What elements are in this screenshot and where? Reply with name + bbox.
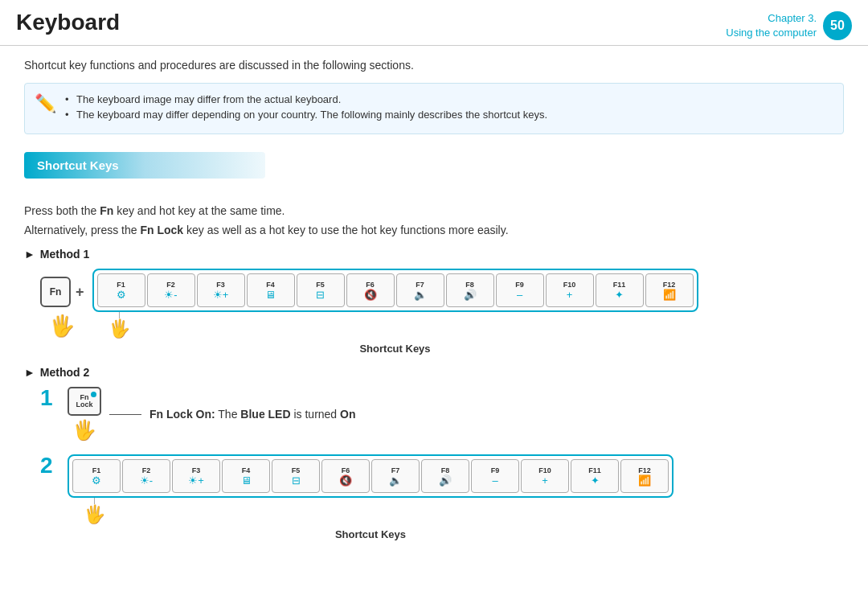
section-title: Shortcut Keys — [37, 158, 119, 172]
method2-fkeys-row: F1⚙F2☀-F3☀+F4🖥F5⊟F6🔇F7🔈F8🔊F9–F10+F11✦F12… — [68, 454, 674, 498]
main-content: Shortcut key functions and procedures ar… — [0, 46, 868, 569]
method1-keyboard-area: Fn + 🖐 F1⚙F2☀-F3☀+F4🖥F5⊟F6🔇F7🔈F8🔊F9–F10+… — [40, 269, 844, 355]
method1-fkeys-wrapper: F1⚙F2☀-F3☀+F4🖥F5⊟F6🔇F7🔈F8🔊F9–F10+F11✦F12… — [92, 269, 698, 355]
step2-fkeys-wrapper: F1⚙F2☀-F3☀+F4🖥F5⊟F6🔇F7🔈F8🔊F9–F10+F11✦F12… — [68, 454, 674, 540]
chapter-line2: Using the computer — [726, 26, 817, 40]
intro-text: Shortcut key functions and procedures ar… — [24, 59, 844, 72]
method2-header: ► Method 2 — [24, 366, 844, 379]
note-list: The keyboard image may differ from the a… — [65, 93, 830, 121]
fkey-f6: F6🔇 — [346, 273, 395, 307]
fkey-f3: F3☀+ — [197, 273, 245, 307]
fkey-f1: F1⚙ — [97, 273, 145, 307]
step1-number: 1 — [40, 387, 56, 409]
desc-line-1: Press both the Fn key and hot key at the… — [24, 204, 844, 217]
note-icon: ✏️ — [35, 93, 56, 114]
fkey-f10: F10+ — [546, 273, 594, 307]
fn-lock-key: Fn Lock — [68, 387, 101, 416]
method1-label: Method 1 — [40, 248, 89, 261]
chapter-info: Chapter 3. Using the computer — [726, 11, 817, 40]
hand-icon-step1: 🖐 — [72, 419, 96, 441]
step1-content: Fn Lock 🖐 Fn Lock On: The Blue LED is tu… — [68, 387, 844, 441]
chapter-line1: Chapter 3. — [726, 11, 817, 26]
fkey-f5: F5⊟ — [297, 273, 345, 307]
page-badge: 50 — [823, 11, 852, 40]
fkey-f11: F11✦ — [571, 459, 619, 493]
connector-line — [109, 414, 141, 415]
fkey-f9: F9– — [496, 273, 544, 307]
step1-desc: Fn Lock On: The Blue LED is turned On — [149, 408, 356, 421]
desc-line-2: Alternatively, press the Fn Lock key as … — [24, 224, 844, 236]
page-header: Keyboard Chapter 3. Using the computer 5… — [0, 0, 868, 46]
note-box: ✏️ The keyboard image may differ from th… — [24, 83, 844, 134]
step1-row: 1 Fn Lock 🖐 Fn Lock On: The Blue LED is … — [40, 387, 844, 441]
note-item-2: The keyboard may differ depending on you… — [65, 109, 830, 121]
method2-area: 1 Fn Lock 🖐 Fn Lock On: The Blue LED is … — [40, 387, 844, 540]
page-title: Keyboard — [16, 11, 120, 34]
fkey-f12: F12📶 — [620, 459, 669, 493]
section-header: Shortcut Keys — [24, 152, 265, 179]
fn-key: Fn — [40, 277, 71, 307]
fkey-f1: F1⚙ — [72, 459, 121, 493]
fkey-f12: F12📶 — [645, 273, 694, 307]
step2-row: 2 F1⚙F2☀-F3☀+F4🖥F5⊟F6🔇F7🔈F8🔊F9–F10+F11✦F… — [40, 454, 844, 540]
fkey-f4: F4🖥 — [222, 459, 270, 493]
fkey-f6: F6🔇 — [321, 459, 370, 493]
method2-arrow: ► — [24, 366, 35, 379]
hand-icon-step2: 🖐 — [84, 504, 105, 525]
method1-arrow: ► — [24, 248, 35, 261]
fkey-f9: F9– — [471, 459, 519, 493]
fkey-f2: F2☀- — [147, 273, 195, 307]
method1-fkeys-row: F1⚙F2☀-F3☀+F4🖥F5⊟F6🔇F7🔈F8🔊F9–F10+F11✦F12… — [92, 269, 698, 312]
fkey-f3: F3☀+ — [172, 459, 220, 493]
fkey-f5: F5⊟ — [272, 459, 320, 493]
fkey-f10: F10+ — [521, 459, 569, 493]
hand-icon-1: 🖐 — [49, 314, 75, 339]
shortcut-keys-label-1: Shortcut Keys — [359, 343, 430, 355]
note-item-1: The keyboard image may differ from the a… — [65, 93, 830, 105]
plus-sign: + — [76, 284, 84, 301]
hand-icon-f1: 🖐 — [108, 318, 130, 339]
fn-key-group: Fn + — [40, 277, 84, 307]
method1-header: ► Method 1 — [24, 248, 844, 261]
fkey-f8: F8🔊 — [446, 273, 494, 307]
shortcut-keys-label-2: Shortcut Keys — [335, 528, 406, 540]
fkey-f7: F7🔈 — [396, 273, 444, 307]
fkey-f7: F7🔈 — [371, 459, 420, 493]
method2-label: Method 2 — [40, 366, 89, 379]
header-right: Chapter 3. Using the computer 50 — [726, 11, 852, 40]
fkey-f2: F2☀- — [122, 459, 170, 493]
fkey-f4: F4🖥 — [247, 273, 295, 307]
fkey-f8: F8🔊 — [421, 459, 469, 493]
fkey-f11: F11✦ — [596, 273, 644, 307]
fn-lock-dot — [91, 392, 96, 397]
step2-number: 2 — [40, 454, 56, 477]
